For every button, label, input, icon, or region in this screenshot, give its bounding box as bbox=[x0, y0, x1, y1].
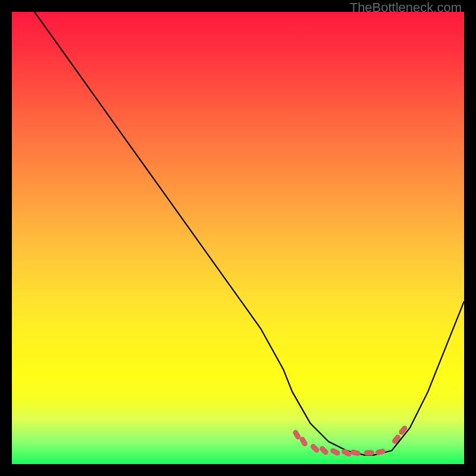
curve-marker bbox=[330, 447, 341, 457]
chart-frame: TheBottleneck.com bbox=[0, 0, 476, 476]
curve-marker bbox=[375, 448, 386, 456]
curve-marker bbox=[391, 434, 402, 445]
curve-marker bbox=[350, 449, 361, 457]
bottleneck-curve bbox=[12, 12, 464, 464]
curve-marker bbox=[309, 443, 320, 453]
marker-group bbox=[292, 425, 409, 458]
curve-marker bbox=[341, 448, 352, 458]
curve-marker bbox=[364, 450, 374, 456]
curve-marker bbox=[398, 425, 409, 436]
curve-marker bbox=[318, 445, 329, 456]
curve-path bbox=[35, 12, 464, 455]
plot-area bbox=[12, 12, 464, 464]
